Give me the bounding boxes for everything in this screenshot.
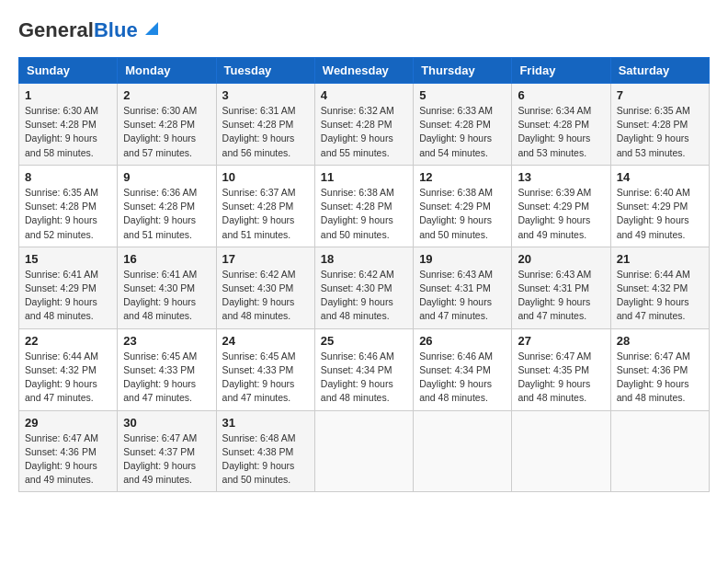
day-number: 14 — [617, 170, 703, 184]
week-row-4: 22 Sunrise: 6:44 AM Sunset: 4:32 PM Dayl… — [19, 328, 710, 410]
cell-content: Sunrise: 6:32 AM Sunset: 4:28 PM Dayligh… — [321, 104, 407, 160]
cell-content: Sunrise: 6:35 AM Sunset: 4:28 PM Dayligh… — [617, 104, 703, 160]
cell-content: Sunrise: 6:42 AM Sunset: 4:30 PM Dayligh… — [321, 268, 407, 324]
col-header-thursday: Thursday — [414, 58, 512, 84]
calendar-cell: 4 Sunrise: 6:32 AM Sunset: 4:28 PM Dayli… — [314, 84, 413, 166]
day-number: 5 — [419, 88, 506, 102]
day-number: 29 — [25, 416, 111, 430]
cell-content: Sunrise: 6:30 AM Sunset: 4:28 PM Dayligh… — [25, 104, 111, 160]
logo: GeneralBlue — [18, 18, 162, 42]
day-number: 21 — [617, 252, 703, 266]
calendar-table: SundayMondayTuesdayWednesdayThursdayFrid… — [18, 57, 710, 492]
day-number: 27 — [518, 334, 604, 348]
cell-content: Sunrise: 6:46 AM Sunset: 4:34 PM Dayligh… — [419, 350, 506, 406]
cell-content: Sunrise: 6:42 AM Sunset: 4:30 PM Dayligh… — [222, 268, 309, 324]
cell-content: Sunrise: 6:36 AM Sunset: 4:28 PM Dayligh… — [123, 186, 210, 242]
cell-content: Sunrise: 6:45 AM Sunset: 4:33 PM Dayligh… — [123, 350, 210, 406]
calendar-cell: 14 Sunrise: 6:40 AM Sunset: 4:29 PM Dayl… — [610, 165, 709, 247]
day-number: 7 — [617, 88, 703, 102]
cell-content: Sunrise: 6:47 AM Sunset: 4:36 PM Dayligh… — [25, 431, 111, 488]
calendar-header-row: SundayMondayTuesdayWednesdayThursdayFrid… — [19, 58, 710, 84]
day-number: 9 — [123, 170, 210, 184]
day-number: 8 — [25, 170, 111, 184]
logo-text: GeneralBlue — [18, 18, 138, 42]
day-number: 17 — [222, 252, 309, 266]
cell-content: Sunrise: 6:44 AM Sunset: 4:32 PM Dayligh… — [25, 350, 111, 406]
calendar-cell: 1 Sunrise: 6:30 AM Sunset: 4:28 PM Dayli… — [19, 84, 118, 166]
calendar-cell: 9 Sunrise: 6:36 AM Sunset: 4:28 PM Dayli… — [118, 165, 216, 247]
calendar-cell: 23 Sunrise: 6:45 AM Sunset: 4:33 PM Dayl… — [118, 328, 216, 410]
cell-content: Sunrise: 6:34 AM Sunset: 4:28 PM Dayligh… — [518, 104, 604, 160]
calendar-cell: 13 Sunrise: 6:39 AM Sunset: 4:29 PM Dayl… — [512, 165, 610, 247]
col-header-saturday: Saturday — [610, 58, 709, 84]
day-number: 1 — [25, 88, 111, 102]
calendar-cell: 8 Sunrise: 6:35 AM Sunset: 4:28 PM Dayli… — [19, 165, 118, 247]
week-row-2: 8 Sunrise: 6:35 AM Sunset: 4:28 PM Dayli… — [19, 165, 710, 247]
col-header-monday: Monday — [118, 58, 216, 84]
cell-content: Sunrise: 6:40 AM Sunset: 4:29 PM Dayligh… — [617, 186, 703, 242]
calendar-cell: 29 Sunrise: 6:47 AM Sunset: 4:36 PM Dayl… — [19, 410, 118, 492]
calendar-cell: 20 Sunrise: 6:43 AM Sunset: 4:31 PM Dayl… — [512, 247, 610, 328]
calendar-cell — [314, 410, 413, 492]
day-number: 22 — [25, 334, 111, 348]
col-header-sunday: Sunday — [19, 58, 118, 84]
day-number: 16 — [123, 252, 210, 266]
calendar-cell: 27 Sunrise: 6:47 AM Sunset: 4:35 PM Dayl… — [512, 328, 610, 410]
calendar-cell: 25 Sunrise: 6:46 AM Sunset: 4:34 PM Dayl… — [314, 328, 413, 410]
calendar-cell: 6 Sunrise: 6:34 AM Sunset: 4:28 PM Dayli… — [512, 84, 610, 166]
cell-content: Sunrise: 6:45 AM Sunset: 4:33 PM Dayligh… — [222, 350, 309, 406]
day-number: 20 — [518, 252, 604, 266]
cell-content: Sunrise: 6:43 AM Sunset: 4:31 PM Dayligh… — [518, 268, 604, 324]
week-row-1: 1 Sunrise: 6:30 AM Sunset: 4:28 PM Dayli… — [19, 84, 710, 166]
calendar-cell: 7 Sunrise: 6:35 AM Sunset: 4:28 PM Dayli… — [610, 84, 709, 166]
day-number: 28 — [617, 334, 703, 348]
cell-content: Sunrise: 6:46 AM Sunset: 4:34 PM Dayligh… — [321, 350, 407, 406]
calendar-cell: 31 Sunrise: 6:48 AM Sunset: 4:38 PM Dayl… — [216, 410, 314, 492]
cell-content: Sunrise: 6:41 AM Sunset: 4:30 PM Dayligh… — [123, 268, 210, 324]
svg-marker-0 — [145, 22, 158, 35]
calendar-cell: 3 Sunrise: 6:31 AM Sunset: 4:28 PM Dayli… — [216, 84, 314, 166]
day-number: 12 — [419, 170, 506, 184]
calendar-cell — [414, 410, 512, 492]
calendar-cell: 16 Sunrise: 6:41 AM Sunset: 4:30 PM Dayl… — [118, 247, 216, 328]
cell-content: Sunrise: 6:35 AM Sunset: 4:28 PM Dayligh… — [25, 186, 111, 242]
day-number: 18 — [321, 252, 407, 266]
day-number: 23 — [123, 334, 210, 348]
calendar-cell: 19 Sunrise: 6:43 AM Sunset: 4:31 PM Dayl… — [414, 247, 512, 328]
calendar-cell: 5 Sunrise: 6:33 AM Sunset: 4:28 PM Dayli… — [414, 84, 512, 166]
day-number: 15 — [25, 252, 111, 266]
calendar-cell: 22 Sunrise: 6:44 AM Sunset: 4:32 PM Dayl… — [19, 328, 118, 410]
col-header-wednesday: Wednesday — [314, 58, 413, 84]
cell-content: Sunrise: 6:47 AM Sunset: 4:35 PM Dayligh… — [518, 350, 604, 406]
calendar-cell: 26 Sunrise: 6:46 AM Sunset: 4:34 PM Dayl… — [414, 328, 512, 410]
calendar-cell — [512, 410, 610, 492]
cell-content: Sunrise: 6:48 AM Sunset: 4:38 PM Dayligh… — [222, 431, 309, 488]
day-number: 25 — [321, 334, 407, 348]
page-header: GeneralBlue — [18, 18, 710, 42]
cell-content: Sunrise: 6:47 AM Sunset: 4:37 PM Dayligh… — [123, 431, 210, 488]
calendar-cell: 12 Sunrise: 6:38 AM Sunset: 4:29 PM Dayl… — [414, 165, 512, 247]
calendar-cell: 15 Sunrise: 6:41 AM Sunset: 4:29 PM Dayl… — [19, 247, 118, 328]
cell-content: Sunrise: 6:31 AM Sunset: 4:28 PM Dayligh… — [222, 104, 309, 160]
cell-content: Sunrise: 6:47 AM Sunset: 4:36 PM Dayligh… — [617, 350, 703, 406]
calendar-cell: 18 Sunrise: 6:42 AM Sunset: 4:30 PM Dayl… — [314, 247, 413, 328]
col-header-friday: Friday — [512, 58, 610, 84]
day-number: 11 — [321, 170, 407, 184]
day-number: 26 — [419, 334, 506, 348]
day-number: 2 — [123, 88, 210, 102]
day-number: 6 — [518, 88, 604, 102]
week-row-5: 29 Sunrise: 6:47 AM Sunset: 4:36 PM Dayl… — [19, 410, 710, 492]
calendar-cell: 2 Sunrise: 6:30 AM Sunset: 4:28 PM Dayli… — [118, 84, 216, 166]
cell-content: Sunrise: 6:44 AM Sunset: 4:32 PM Dayligh… — [617, 268, 703, 324]
calendar-cell: 11 Sunrise: 6:38 AM Sunset: 4:28 PM Dayl… — [314, 165, 413, 247]
calendar-cell: 21 Sunrise: 6:44 AM Sunset: 4:32 PM Dayl… — [610, 247, 709, 328]
logo-triangle-icon — [142, 18, 162, 39]
cell-content: Sunrise: 6:39 AM Sunset: 4:29 PM Dayligh… — [518, 186, 604, 242]
calendar-cell: 28 Sunrise: 6:47 AM Sunset: 4:36 PM Dayl… — [610, 328, 709, 410]
week-row-3: 15 Sunrise: 6:41 AM Sunset: 4:29 PM Dayl… — [19, 247, 710, 328]
day-number: 19 — [419, 252, 506, 266]
day-number: 24 — [222, 334, 309, 348]
calendar-cell: 24 Sunrise: 6:45 AM Sunset: 4:33 PM Dayl… — [216, 328, 314, 410]
cell-content: Sunrise: 6:30 AM Sunset: 4:28 PM Dayligh… — [123, 104, 210, 160]
cell-content: Sunrise: 6:41 AM Sunset: 4:29 PM Dayligh… — [25, 268, 111, 324]
